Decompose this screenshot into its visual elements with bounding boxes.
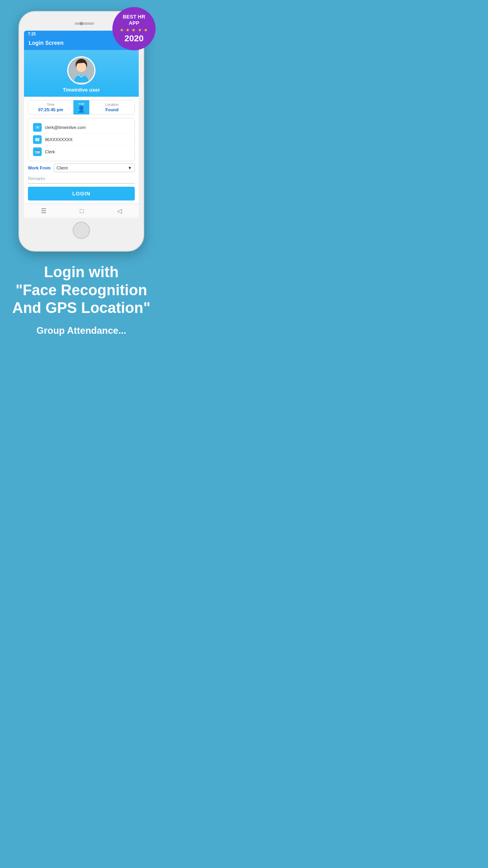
- svg-point-2: [76, 62, 86, 72]
- phone-row: ☎ 96XXXXXXXX: [33, 134, 130, 146]
- app-header-title: Login Screen: [29, 40, 64, 46]
- camera-dot: [80, 22, 83, 25]
- work-from-label: Work From: [28, 166, 51, 170]
- heading-line2: "Face Recognition: [16, 282, 147, 298]
- location-label: Location: [91, 103, 133, 107]
- badge-title-line1: BEST HR: [123, 14, 145, 20]
- dropdown-chevron-icon: ▼: [128, 166, 132, 170]
- work-from-row: Work From Client ▼: [28, 164, 135, 172]
- nav-back-icon[interactable]: ◁: [117, 207, 122, 215]
- email-row: ✉ clerk@timeinlive.com: [33, 121, 130, 134]
- remarks-row: Remarks: [28, 175, 135, 184]
- remarks-placeholder[interactable]: Remarks: [28, 176, 45, 181]
- role-row: 🪪 Clerk: [33, 146, 130, 158]
- heading-line3: And GPS Location": [12, 300, 150, 316]
- role-icon: 🪪: [33, 147, 42, 156]
- email-value: clerk@timeinlive.com: [45, 125, 86, 130]
- map-section: map 👤: [73, 100, 89, 114]
- bottom-nav: ☰ □ ◁: [24, 204, 139, 218]
- heading-line1: Login with: [44, 264, 119, 280]
- nav-menu-icon[interactable]: ☰: [41, 207, 46, 215]
- text-section: Login with "Face Recognition And GPS Loc…: [4, 252, 158, 344]
- avatar: [67, 56, 95, 85]
- location-section: Location Found: [89, 100, 134, 114]
- time-section: Time 07:25:45 pm: [28, 100, 73, 114]
- badge-year: 2020: [125, 33, 144, 44]
- work-from-value: Client: [57, 166, 68, 170]
- phone-value: 96XXXXXXXX: [45, 137, 73, 142]
- phone-icon: ☎: [33, 135, 42, 144]
- contact-card: ✉ clerk@timeinlive.com ☎ 96XXXXXXXX 🪪 Cl…: [28, 118, 135, 161]
- location-value: Found: [91, 107, 133, 112]
- home-button[interactable]: [73, 222, 90, 239]
- phone-speaker: [75, 22, 94, 25]
- status-time: 7:25: [28, 32, 36, 36]
- award-badge: BEST HR APP ★ ★ ★ ★ ★ 2020: [112, 7, 156, 50]
- email-icon: ✉: [33, 123, 42, 132]
- badge-title-line2: APP: [129, 20, 139, 26]
- phone-screen: 7:25 ⏰ ⊕ 6.0 Login Screen: [24, 31, 139, 218]
- profile-area: Timeinlive user: [24, 50, 139, 97]
- nav-home-icon[interactable]: □: [80, 208, 84, 215]
- time-value: 07:25:45 pm: [30, 107, 72, 112]
- time-label: Time: [30, 103, 72, 107]
- login-button[interactable]: LOGIN: [28, 187, 135, 200]
- role-value: Clerk: [45, 149, 55, 154]
- main-heading: Login with "Face Recognition And GPS Loc…: [12, 263, 150, 317]
- user-name: Timeinlive user: [63, 87, 100, 93]
- work-from-select[interactable]: Client ▼: [54, 164, 135, 172]
- sub-heading: Group Attendance...: [12, 325, 150, 336]
- phone-bottom: [24, 222, 139, 239]
- badge-stars: ★ ★ ★ ★ ★: [120, 28, 148, 33]
- map-label: map: [78, 102, 84, 105]
- info-bar: Time 07:25:45 pm map 👤 Location Found: [28, 100, 135, 115]
- map-person-icon: 👤: [77, 105, 85, 113]
